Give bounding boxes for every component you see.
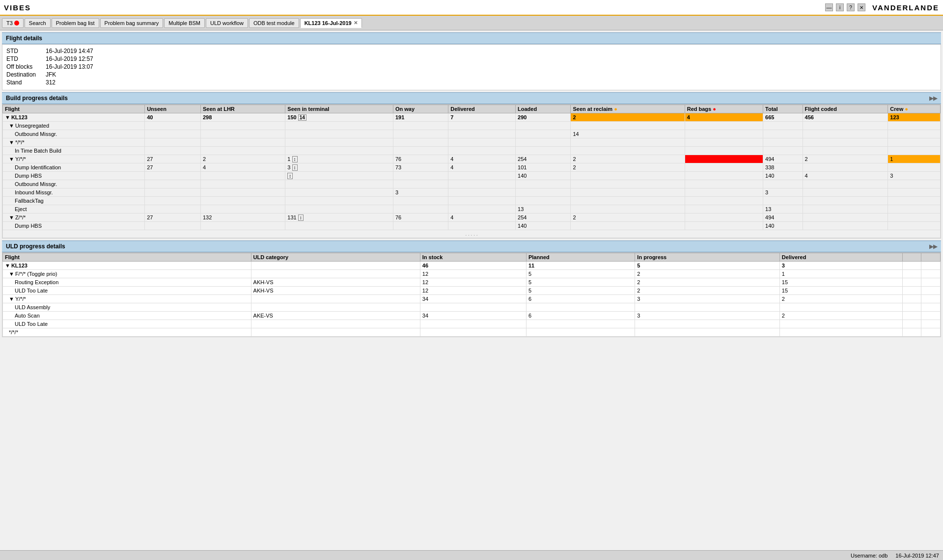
tab-t3[interactable]: T3 (2, 18, 24, 28)
main-content: Flight details STD 16-Jul-2019 14:47 ETD… (0, 30, 943, 341)
build-progress-section: Build progress details ▶▶ Flight Unseen … (2, 92, 941, 239)
uld-expand-icon[interactable]: ▶▶ (929, 243, 937, 250)
uld-col-delivered: Delivered (779, 253, 902, 262)
tab-close-icon[interactable]: ✕ (354, 20, 358, 26)
t3-label: T3 (6, 20, 13, 26)
table-row[interactable]: ▼Unsegregated (3, 122, 941, 130)
uld-progress-section: ULD progress details ▶▶ Flight ULD categ… (2, 240, 941, 337)
table-row[interactable]: ULD Too Late (3, 320, 941, 328)
col-seen-lhr: Seen at LHR (200, 105, 285, 113)
table-row[interactable]: ▼KL123 46 11 5 3 (3, 262, 941, 270)
uld-col-in-progress: In progress (635, 253, 780, 262)
table-row[interactable]: Dump Identification 27 4 3 ↕ 73 4 101 2 … (3, 163, 941, 172)
build-progress-table: Flight Unseen Seen at LHR Seen in termin… (2, 105, 941, 230)
flight-details-header: Flight details (2, 32, 941, 44)
table-row[interactable]: ▼Z/*/* 27 132 131 ↕ 76 4 254 2 494 (3, 213, 941, 222)
fd-std: STD 16-Jul-2019 14:47 (6, 48, 937, 54)
flight-details-section: Flight details STD 16-Jul-2019 14:47 ETD… (2, 32, 941, 90)
fd-stand: Stand 312 (6, 79, 937, 86)
table-row[interactable]: ▼*/*/* (3, 138, 941, 147)
col-on-way: On way (393, 105, 448, 113)
info-button[interactable]: i (836, 3, 844, 11)
uld-col-empty2 (921, 253, 941, 262)
build-progress-header: Build progress details ▶▶ (2, 92, 941, 104)
col-seen-terminal: Seen in terminal (285, 105, 393, 113)
col-seen-reclaim: Seen at reclaim ● (571, 105, 685, 113)
col-crew: Crew ● (888, 105, 941, 113)
uld-progress-title: ULD progress details (6, 243, 65, 250)
flight-details-body: STD 16-Jul-2019 14:47 ETD 16-Jul-2019 12… (2, 44, 941, 90)
flight-details-title: Flight details (6, 35, 42, 42)
title-bar: VIBES — i ? ✕ VANDERLANDE (0, 0, 943, 16)
tab-problem-bag-summary[interactable]: Problem bag summary (100, 18, 164, 28)
expand-icon[interactable]: ▶▶ (929, 95, 937, 102)
fd-destination: Destination JFK (6, 71, 937, 78)
fd-offblocks: Off blocks 16-Jul-2019 13:07 (6, 63, 937, 70)
fd-etd: ETD 16-Jul-2019 12:57 (6, 55, 937, 62)
expand-arrow[interactable]: ▼ (5, 114, 10, 120)
tab-problem-bag-list[interactable]: Problem bag list (52, 18, 99, 28)
table-row[interactable]: ▼Y/*/* 34 6 3 2 (3, 295, 941, 303)
table-row[interactable]: Dump HBS 140 140 (3, 222, 941, 230)
tab-multiple-bsm[interactable]: Multiple BSM (164, 18, 205, 28)
table-row[interactable]: ▼Y/*/* 27 2 1 ↕ 76 4 254 2 494 2 1 (3, 155, 941, 163)
t3-indicator (14, 21, 19, 26)
table-row[interactable]: */*/* (3, 328, 941, 337)
uld-col-in-stock: In stock (420, 253, 526, 262)
table-row[interactable]: ▼F/*/* (Toggle prio) 12 5 2 1 (3, 270, 941, 278)
table-row[interactable]: Auto Scan AKE-VS 34 6 3 2 (3, 312, 941, 320)
table-row[interactable]: Inbound Missgr. 3 3 (3, 188, 941, 197)
tab-search[interactable]: Search (25, 18, 51, 28)
uld-progress-header: ULD progress details ▶▶ (2, 240, 941, 252)
col-total: Total (763, 105, 803, 113)
tab-odb-test-module[interactable]: ODB test module (249, 18, 299, 28)
table-row[interactable]: Dump HBS ↕ 140 140 4 3 (3, 172, 941, 180)
table-row[interactable]: ULD Too Late AKH-VS 12 5 2 15 (3, 287, 941, 295)
table-row[interactable]: Routing Exception AKH-VS 12 5 2 15 (3, 278, 941, 287)
uld-col-category: ULD category (251, 253, 420, 262)
uld-progress-table-container: Flight ULD category In stock Planned In … (2, 252, 941, 337)
uld-progress-table: Flight ULD category In stock Planned In … (2, 253, 941, 337)
uld-col-empty1 (903, 253, 921, 262)
brand-logo: VANDERLANDE (872, 3, 939, 12)
table-row[interactable]: ▼KL123 40 298 150 14 191 7 290 2 4 665 4… (3, 113, 941, 122)
uld-col-flight: Flight (3, 253, 251, 262)
scroll-dots: . . . . . (2, 230, 941, 238)
table-row[interactable]: ULD Assembly (3, 303, 941, 312)
table-row[interactable]: Eject 13 13 (3, 205, 941, 213)
table-row[interactable]: Outbound Missgr. 14 (3, 130, 941, 138)
col-flight: Flight (3, 105, 145, 113)
col-loaded: Loaded (516, 105, 571, 113)
table-row[interactable]: In Time Batch Build (3, 147, 941, 155)
uld-col-planned: Planned (526, 253, 635, 262)
col-flight-coded: Flight coded (803, 105, 888, 113)
col-red-bags: Red bags ● (685, 105, 763, 113)
tab-uld-workflow[interactable]: ULD workflow (206, 18, 248, 28)
app-title: VIBES (4, 3, 31, 12)
table-row[interactable]: Outbound Missgr. (3, 180, 941, 188)
build-progress-title: Build progress details (6, 95, 68, 102)
table-row[interactable]: FallbackTag (3, 197, 941, 205)
minimize-button[interactable]: — (825, 3, 833, 11)
help-button[interactable]: ? (847, 3, 855, 11)
build-progress-table-container: Flight Unseen Seen at LHR Seen in termin… (2, 104, 941, 239)
tab-bar: T3 Search Problem bag list Problem bag s… (0, 16, 943, 30)
tab-kl123-flight[interactable]: KL123 16-Jul-2019 ✕ (300, 18, 362, 28)
col-unseen: Unseen (145, 105, 201, 113)
close-button[interactable]: ✕ (858, 3, 865, 11)
col-delivered: Delivered (448, 105, 516, 113)
